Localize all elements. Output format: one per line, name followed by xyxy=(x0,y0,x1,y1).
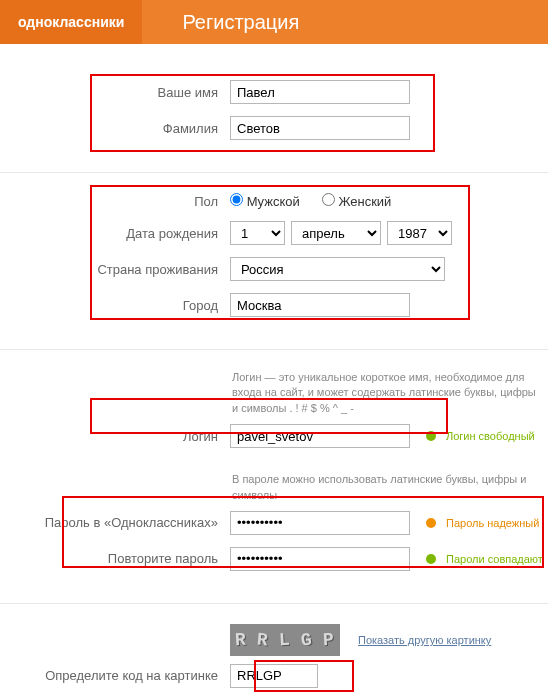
password-repeat-label: Повторите пароль xyxy=(0,551,230,566)
dob-month-select[interactable]: апрель xyxy=(291,221,381,245)
header: одноклассники Регистрация xyxy=(0,0,548,44)
password-match-status: Пароли совпадают xyxy=(446,553,543,565)
last-name-label: Фамилия xyxy=(0,121,230,136)
status-dot-icon xyxy=(426,554,436,564)
login-hint: Логин — это уникальное короткое имя, нео… xyxy=(0,370,548,416)
city-label: Город xyxy=(0,298,230,313)
password-input[interactable] xyxy=(230,511,410,535)
dob-label: Дата рождения xyxy=(0,226,230,241)
country-label: Страна проживания xyxy=(0,262,230,277)
password-label: Пароль в «Одноклассниках» xyxy=(0,515,230,530)
gender-label: Пол xyxy=(0,194,230,209)
page-title: Регистрация xyxy=(182,11,299,34)
first-name-label: Ваше имя xyxy=(0,85,230,100)
password-strength-status: Пароль надежный xyxy=(446,517,539,529)
gender-female-radio[interactable]: Женский xyxy=(322,193,392,209)
captcha-refresh-link[interactable]: Показать другую картинку xyxy=(358,634,491,646)
country-select[interactable]: Россия xyxy=(230,257,445,281)
dob-year-select[interactable]: 1987 xyxy=(387,221,452,245)
gender-male-radio[interactable]: Мужской xyxy=(230,193,300,209)
login-label: Логин xyxy=(0,429,230,444)
status-dot-icon xyxy=(426,431,436,441)
brand-logo[interactable]: одноклассники xyxy=(0,0,142,44)
captcha-image: RRLGP xyxy=(230,624,340,656)
city-input[interactable] xyxy=(230,293,410,317)
password-hint: В пароле можно использовать латинские бу… xyxy=(0,472,548,503)
login-input[interactable] xyxy=(230,424,410,448)
captcha-input[interactable] xyxy=(230,664,318,688)
status-dot-icon xyxy=(426,518,436,528)
last-name-input[interactable] xyxy=(230,116,410,140)
dob-day-select[interactable]: 1 xyxy=(230,221,285,245)
captcha-label: Определите код на картинке xyxy=(0,668,230,683)
first-name-input[interactable] xyxy=(230,80,410,104)
login-status: Логин свободный xyxy=(446,430,535,442)
password-repeat-input[interactable] xyxy=(230,547,410,571)
